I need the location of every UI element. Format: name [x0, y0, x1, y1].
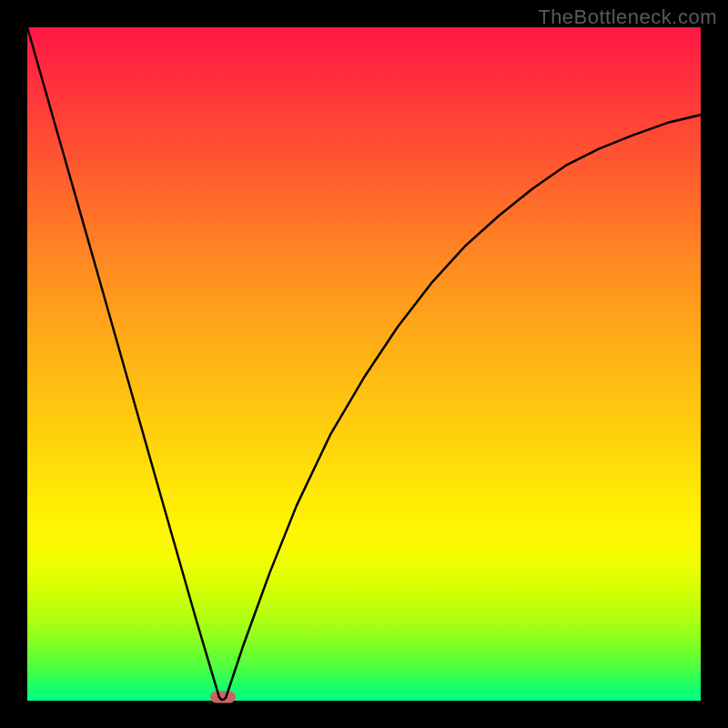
plot-area	[27, 27, 701, 701]
chart-frame: TheBottleneck.com	[0, 0, 728, 728]
bottleneck-curve	[27, 27, 701, 701]
watermark-label: TheBottleneck.com	[538, 5, 717, 29]
